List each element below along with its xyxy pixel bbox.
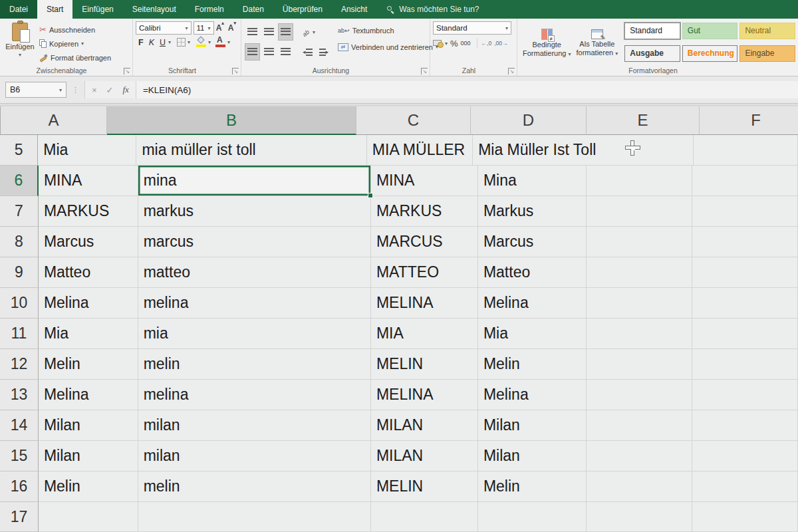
cell-B17[interactable]	[138, 502, 371, 532]
cell-F15[interactable]	[692, 441, 798, 471]
cell-style-ausgabe[interactable]: Ausgabe	[624, 45, 680, 62]
cell-E9[interactable]	[587, 257, 692, 288]
align-right-button[interactable]	[278, 43, 293, 61]
dialog-launcher-icon[interactable]: ↘	[232, 68, 239, 74]
cell-B15[interactable]: milan	[138, 441, 371, 471]
cell-F12[interactable]	[692, 349, 798, 380]
fill-color-icon[interactable]	[196, 37, 206, 47]
column-header-F[interactable]: F	[700, 106, 798, 135]
cell-E12[interactable]	[587, 349, 692, 380]
cell-A5[interactable]: Mia	[38, 135, 136, 166]
cell-D6[interactable]: Mina	[478, 166, 587, 196]
insert-function-button[interactable]: fx	[123, 84, 129, 95]
column-header-E[interactable]: E	[587, 106, 700, 135]
format-as-table-button[interactable]: ✎ Als Tabelle formatieren ▾	[574, 21, 621, 66]
align-bottom-button[interactable]	[278, 23, 293, 41]
cell-E10[interactable]	[587, 288, 692, 319]
accounting-format-icon[interactable]	[433, 39, 444, 48]
cell-D10[interactable]: Melina	[478, 288, 587, 319]
row-header-12[interactable]: 12	[0, 349, 39, 380]
shrink-font-button[interactable]: A▾	[228, 23, 236, 33]
name-box[interactable]: B6 ▾	[5, 82, 66, 98]
formula-input[interactable]: =KLEIN(A6)	[136, 81, 798, 98]
cell-D7[interactable]: Markus	[478, 196, 587, 227]
cell-B6[interactable]: mina	[138, 166, 371, 196]
number-format-combo[interactable]: Standard ▾	[433, 21, 511, 35]
row-header-17[interactable]: 17	[0, 502, 39, 532]
select-all-button[interactable]	[0, 106, 1, 135]
cell-E15[interactable]	[587, 441, 692, 471]
cell-D8[interactable]: Marcus	[478, 227, 587, 257]
column-header-A[interactable]: A	[1, 106, 107, 135]
decrease-indent-button[interactable]: ◂	[300, 46, 315, 59]
align-center-button[interactable]	[261, 43, 277, 61]
tab-einfügen[interactable]: Einfügen	[72, 0, 122, 19]
row-header-15[interactable]: 15	[0, 441, 39, 471]
format-painter-button[interactable]: Format übertragen	[37, 51, 113, 65]
cell-E6[interactable]	[587, 166, 692, 196]
cell-A6[interactable]: MINA	[39, 166, 138, 196]
fill-handle[interactable]	[368, 193, 373, 198]
cell-B16[interactable]: melin	[138, 471, 371, 502]
cell-C11[interactable]: MIA	[371, 319, 478, 349]
cell-style-eingabe[interactable]: Eingabe	[739, 45, 795, 62]
cell-E17[interactable]	[587, 502, 692, 532]
comma-style-button[interactable]: 000	[461, 40, 471, 47]
cell-E14[interactable]	[587, 410, 692, 441]
cell-B13[interactable]: melina	[138, 380, 371, 410]
cell-C7[interactable]: MARKUS	[371, 196, 478, 227]
cell-style-gut[interactable]: Gut	[682, 23, 738, 39]
tab-ansicht[interactable]: Ansicht	[332, 0, 376, 19]
tab-daten[interactable]: Daten	[233, 0, 273, 19]
cell-A15[interactable]: Milan	[39, 441, 138, 471]
align-middle-button[interactable]	[261, 23, 277, 41]
cell-A8[interactable]: Marcus	[39, 227, 138, 257]
font-size-combo[interactable]: 11 ▾	[194, 21, 214, 35]
cell-C16[interactable]: MELIN	[371, 471, 478, 502]
tell-me-search[interactable]: Was möchten Sie tun?	[387, 0, 479, 19]
cell-A14[interactable]: Milan	[39, 410, 138, 441]
cell-C15[interactable]: MILAN	[371, 441, 478, 471]
cell-A17[interactable]	[39, 502, 138, 532]
enter-button[interactable]: ✓	[106, 85, 114, 95]
dialog-launcher-icon[interactable]: ↘	[124, 68, 130, 74]
cut-button[interactable]: ✂ Ausschneiden	[37, 23, 113, 37]
cell-D11[interactable]: Mia	[478, 319, 587, 349]
cell-A7[interactable]: MARKUS	[39, 196, 138, 227]
cell-F8[interactable]	[692, 227, 798, 257]
cell-style-neutral[interactable]: Neutral	[739, 23, 795, 39]
dialog-launcher-icon[interactable]: ↘	[508, 68, 515, 74]
grow-font-button[interactable]: A▴	[216, 23, 224, 33]
cell-F10[interactable]	[692, 288, 798, 319]
cell-B7[interactable]: markus	[138, 196, 371, 227]
cell-style-berechnung[interactable]: Berechnung	[682, 45, 738, 62]
cell-D13[interactable]: Melina	[478, 380, 587, 410]
copy-button[interactable]: Kopieren ▾	[37, 37, 113, 51]
cell-D9[interactable]: Matteo	[478, 257, 587, 288]
cell-B5[interactable]: mia müller ist toll	[136, 135, 366, 166]
tab-formeln[interactable]: Formeln	[186, 0, 233, 19]
cell-D16[interactable]: Melin	[478, 471, 587, 502]
cell-A12[interactable]: Melin	[39, 349, 138, 380]
cell-B14[interactable]: milan	[138, 410, 371, 441]
cell-A16[interactable]: Melin	[39, 471, 138, 502]
font-family-combo[interactable]: Calibri ▾	[136, 21, 192, 35]
cell-B9[interactable]: matteo	[138, 257, 371, 288]
row-header-7[interactable]: 7	[0, 196, 39, 227]
cell-E8[interactable]	[587, 227, 692, 257]
cell-F9[interactable]	[692, 257, 798, 288]
tab-start[interactable]: Start	[37, 0, 72, 19]
cell-C10[interactable]: MELINA	[371, 288, 478, 319]
column-header-D[interactable]: D	[471, 106, 587, 135]
cell-A11[interactable]: Mia	[39, 319, 138, 349]
row-header-16[interactable]: 16	[0, 471, 39, 502]
cell-A9[interactable]: Matteo	[39, 257, 138, 288]
cell-C5[interactable]: MIA MÜLLER	[367, 135, 473, 166]
column-header-B[interactable]: B	[107, 106, 356, 135]
cell-F7[interactable]	[692, 196, 798, 227]
row-header-8[interactable]: 8	[0, 227, 39, 257]
cell-D14[interactable]: Milan	[478, 410, 587, 441]
cell-E13[interactable]	[587, 380, 692, 410]
cell-D17[interactable]	[478, 502, 587, 532]
conditional-formatting-button[interactable]: ≠ Bedingte Formatierung ▾	[520, 21, 574, 66]
